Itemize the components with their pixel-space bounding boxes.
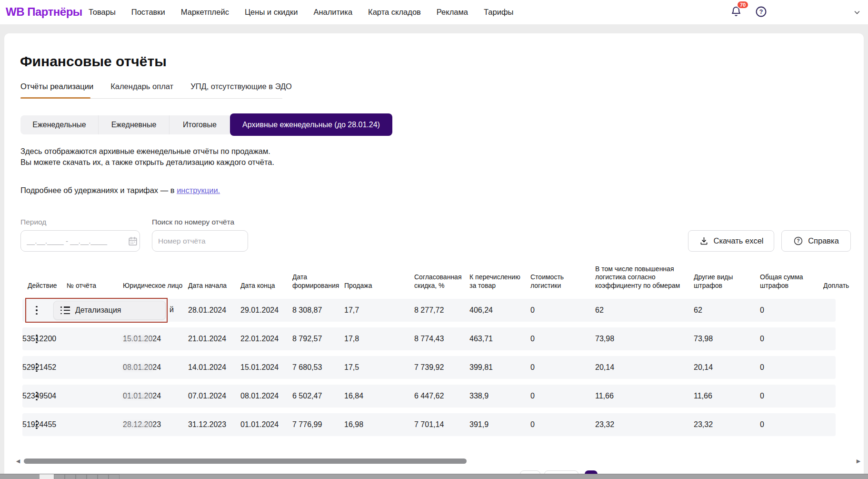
cell-surcharge: 0 [760,299,764,322]
svg-text:?: ? [759,9,763,15]
chevron-down-icon [853,9,861,16]
topbar: WB Партнёры ТоварыПоставкиМаркетплейсЦен… [0,0,868,24]
cell-extra-logistics: 0 [530,327,535,350]
cell-total-fines: 11,66 [694,385,712,408]
period-label: Период [20,218,46,226]
nav-item-цены-и-скидки[interactable]: Цены и скидки [245,8,298,17]
taskbar-segment [65,474,76,479]
column-header: Дата конца [240,267,288,290]
context-menu-detail-button[interactable]: Детализация [53,301,166,320]
column-header: Согласованная скидка, % [414,267,468,290]
cell-discount: 17,7 [344,299,359,322]
nav-item-тарифы[interactable]: Тарифы [484,8,513,17]
column-header: В том числе повышенная логистика согласн… [595,267,691,290]
segment-еженедельные[interactable]: Еженедельные [20,115,99,134]
cell-transfer: 8 774,43 [414,327,444,350]
column-header: № отчёта [67,267,119,290]
cell-transfer: 6 447,62 [414,385,444,408]
table-row: 5351220015.01.202421.01.202422.01.20248 … [22,327,836,350]
cell-sale: 6 502,47 [292,385,322,408]
cell-legal-entity-redacted [123,393,153,399]
wb-partners-logo[interactable]: WB Партнёры [6,5,82,19]
instruction-link[interactable]: инструкции. [177,186,220,194]
table-header-row: Действие№ отчётаЮридическое лицоДата нач… [22,267,860,290]
cell-surcharge: 0 [760,327,764,350]
cell-legal-entity-redacted [123,365,153,370]
hscroll-thumb[interactable] [24,459,467,464]
segment-archive-weekly[interactable]: Архивные еженедельные (до 28.01.24) [230,113,392,136]
cell-total-fines: 20,14 [694,356,713,379]
calendar-icon[interactable] [128,236,138,246]
cell-discount: 17,5 [344,356,359,379]
taskbar-segment [109,474,120,479]
cell-total-fines: 62 [694,299,702,322]
table-row: 22.01.202428.01.202429.01.20248 308,8717… [22,299,836,322]
column-header: Дата формирования [292,267,342,290]
cell-discount: 16,98 [344,413,363,436]
cell-sale: 7 776,99 [292,413,322,436]
cell-legal-entity-redacted [123,336,153,342]
period-input[interactable] [21,237,128,245]
column-header: Юридическое лицо [123,267,185,290]
nav-item-реклама[interactable]: Реклама [437,8,468,17]
cell-surcharge: 0 [760,413,764,436]
question-circle-icon: ? [755,6,767,18]
hscroll-right-arrow[interactable]: ▶ [856,457,861,465]
cell-date-end: 28.01.2024 [188,299,226,322]
cell-extra-logistics: 0 [530,356,535,379]
account-menu-toggle[interactable] [850,6,864,19]
user-account-area[interactable] [774,5,845,19]
cell-date-formed: 08.01.2024 [240,385,279,408]
download-excel-button[interactable]: Скачать excel [688,230,774,252]
help-circle-icon: ? [793,236,803,246]
reference-label: Справка [808,236,839,245]
download-excel-label: Скачать excel [714,236,764,245]
period-field[interactable] [20,230,140,252]
segment-ежедневные[interactable]: Ежедневные [99,115,170,134]
cell-logistics: 399,81 [469,356,493,379]
page-title: Финансовые отчёты [20,53,167,70]
tab-отч-ты-реализации[interactable]: Отчёты реализации [20,82,93,98]
cell-other-fines: 62 [595,299,604,322]
column-header: Действие [28,267,65,290]
nav-item-маркетплейс[interactable]: Маркетплейс [181,8,229,17]
column-header: Общая сумма штрафов [760,267,821,290]
nav-item-аналитика[interactable]: Аналитика [313,8,352,17]
tab-упд-отсутствующие-в-эдо[interactable]: УПД, отсутствующие в ЭДО [190,82,292,98]
cell-transfer: 7 739,92 [414,356,444,379]
cell-sale: 8 308,87 [292,299,322,322]
download-icon [699,236,709,246]
cell-surcharge: 0 [760,356,764,379]
column-header: К перечислению за товар [469,267,528,290]
info-text: Подробнее об удержаниях и тарифах — в [20,186,177,194]
reference-button[interactable]: ? Справка [781,230,851,252]
report-number-input[interactable] [152,237,259,245]
nav-item-товары[interactable]: Товары [89,8,116,17]
report-tabs: Отчёты реализацииКалендарь оплатУПД, отс… [20,82,292,98]
help-button[interactable]: ? [754,5,768,18]
cell-transfer: 8 277,72 [414,299,444,322]
taskbar-segment [54,474,65,479]
column-header: Дата начала [188,267,236,290]
page-description: Здесь отображаются архивные еженедельные… [20,146,274,168]
cell-logistics: 463,71 [469,327,493,350]
cell-date-end: 07.01.2024 [188,385,226,408]
nav-item-поставки[interactable]: Поставки [131,8,165,17]
search-field[interactable] [152,230,248,252]
column-header: Другие виды штрафов [694,267,757,290]
hscroll-left-arrow[interactable]: ◀ [15,457,21,465]
cell-sale: 7 680,53 [292,356,322,379]
active-tab-underline [20,97,90,99]
segment-итоговые[interactable]: Итоговые [170,115,230,134]
tab-календарь-оплат[interactable]: Календарь оплат [110,82,173,98]
cell-date-formed: 15.01.2024 [240,356,279,379]
cell-report-number: 52349504 [22,385,56,408]
description-line-2: Вы можете скачать их, а также открыть де… [20,157,274,168]
cell-total-fines: 23,32 [694,413,713,436]
taskbar-edge [0,474,868,479]
cell-report-number: 52921452 [22,356,56,379]
cell-logistics: 391,9 [469,413,489,436]
nav-item-карта-складов[interactable]: Карта складов [368,8,421,17]
cell-other-fines: 23,32 [595,413,614,436]
cell-extra-logistics: 0 [530,413,535,436]
